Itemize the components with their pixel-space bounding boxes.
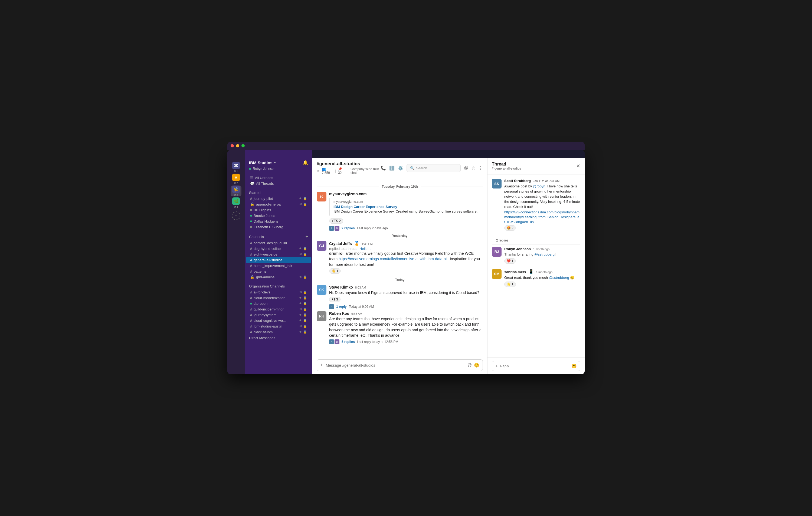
- dm-header[interactable]: Direct Messages: [245, 335, 312, 341]
- sidebar-item-content-design-guild[interactable]: # content_design_guild: [246, 240, 311, 246]
- org-channels-header[interactable]: Organization Channels: [245, 283, 312, 290]
- message-input-box[interactable]: + @ 😊: [317, 359, 483, 371]
- sidebar-item-dallas-hudgens[interactable]: Dallas Hudgens: [246, 218, 311, 224]
- search-box[interactable]: 🔍 Search: [407, 164, 461, 172]
- table-row[interactable]: SK Steve Klimko 8:03 AM Hi. Does anyone …: [312, 284, 487, 310]
- sidebar-item-ibm-studios-austin[interactable]: # ibm-studios-austin 👁 🔒: [246, 324, 311, 329]
- table-row[interactable]: RK Ruben Kos 9:58 AM Are there any teams…: [312, 310, 487, 345]
- app-icon-4[interactable]: 🌿 ⌘4: [231, 198, 241, 208]
- message-header: Ruben Kos 9:58 AM: [329, 311, 483, 315]
- chat-header-right: 📞 ℹ️ ⚙️ 🔍 Search @ ☆ ⋮: [381, 164, 483, 172]
- sidebar-item-journeysystem[interactable]: # journeysystem 👁 🔒: [246, 312, 311, 318]
- emoji-icon[interactable]: 😊: [474, 363, 480, 368]
- list-item[interactable]: RJ Robyn Johnson 1 month ago Thanks for …: [492, 247, 580, 265]
- starred-label: Starred: [249, 191, 261, 195]
- thread-message-header: Robyn Johnson 1 month ago: [504, 247, 580, 251]
- sidebar-item-guild-incident[interactable]: # guild-incident-mngr 👁 🔒: [246, 306, 311, 312]
- sidebar-item-home-improvement[interactable]: # home_improvement_talk: [246, 263, 311, 269]
- dot-green[interactable]: [241, 144, 245, 147]
- star-reaction[interactable]: 🌟 1: [504, 281, 516, 287]
- yes-reaction[interactable]: YES 2: [329, 218, 343, 224]
- sidebar-item-eight-west-side[interactable]: # eight-west-side 👁 🔒: [246, 251, 311, 257]
- thread-replies-link[interactable]: 5 replies: [342, 340, 355, 344]
- channels-header[interactable]: Channels +: [245, 233, 312, 240]
- wave-reaction[interactable]: 👋 1: [329, 268, 341, 274]
- channel-meta: ☆ 👥 7,559 | 📌 32 | Company-wide milk cha…: [317, 167, 381, 175]
- sidebar-item-journey-pilot[interactable]: # journey-pilot 👁 🔒: [246, 196, 311, 202]
- table-row[interactable]: SG mysurveygizmo.com mysurveygizmo.com I…: [312, 191, 487, 232]
- more-icon[interactable]: ⋮: [478, 165, 483, 171]
- star-icon[interactable]: ☆: [317, 169, 320, 173]
- app-icon-2[interactable]: A ⌘2: [231, 174, 241, 184]
- thread-avatar: B: [335, 226, 340, 231]
- sidebar-item-slack-at-ibm[interactable]: # slack-at-ibm 👁 🔒: [246, 329, 311, 335]
- search-icon: 🔍: [410, 166, 414, 170]
- heart-reaction[interactable]: ❤️ 1: [504, 258, 516, 264]
- dot-yellow[interactable]: [236, 144, 239, 147]
- all-unreads-icon: ☰: [250, 176, 253, 180]
- sidebar-item-all-unreads[interactable]: ☰ All Unreads: [246, 175, 311, 181]
- input-icons: @ 😊: [467, 363, 480, 368]
- add-workspace-button[interactable]: +: [232, 211, 240, 220]
- mention-sstrubberg2[interactable]: @sstrubberg: [549, 276, 569, 280]
- bell-icon[interactable]: 🔔: [302, 160, 308, 165]
- star-eyes-reaction[interactable]: 🤩 2: [504, 225, 516, 231]
- table-row[interactable]: CJ Crystal Jeffs 🏅 1:38 PM replied to a …: [312, 240, 487, 276]
- channel-sidebar: IBM Studios ▾ 🔔 Robyn Johnson ☰ All Unre…: [245, 150, 312, 374]
- main-content: #general-all-studios ☆ 👥 7,559 | 📌 32 |: [312, 158, 487, 374]
- sidebar-item-cloud-cognitive[interactable]: # cloud-cognitive-wo... 👁 🔒: [246, 318, 311, 324]
- workspace-arrow: ▾: [274, 161, 276, 164]
- thumbsup-reaction[interactable]: +1 3: [329, 297, 341, 302]
- reply-input-field[interactable]: [500, 364, 569, 368]
- messages-container: Tuesday, February 19th SG mysurveygizmo.…: [312, 178, 487, 356]
- message-content: Steve Klimko 8:03 AM Hi. Does anyone kno…: [329, 285, 483, 309]
- message-header: Steve Klimko 8:03 AM: [329, 285, 483, 290]
- creative-mornings-link[interactable]: https://creativemornings.com/talks/immer…: [339, 256, 446, 261]
- starred-header[interactable]: Starred: [245, 189, 312, 196]
- survey-link[interactable]: IBM Design Career Experience Survey: [334, 205, 480, 209]
- workspace-name[interactable]: IBM Studios ▾: [249, 160, 276, 165]
- thread-reply-input[interactable]: + 😊: [492, 361, 580, 371]
- thread-replies-link[interactable]: 2 replies: [342, 226, 355, 230]
- thread-replies-link[interactable]: 1 reply: [336, 305, 347, 309]
- message-content: mysurveygizmo.com mysurveygizmo.com IBM …: [329, 192, 483, 231]
- sidebar-item-all-threads[interactable]: 💬 All Threads: [246, 181, 311, 186]
- sidebar-item-grid-admins[interactable]: 🔒 grid-admins 👁 🔒: [246, 274, 311, 280]
- reply-add-icon[interactable]: +: [495, 364, 498, 369]
- phone-icon[interactable]: 📞: [381, 165, 386, 171]
- sidebar-item-general-all-studios[interactable]: # general-all-studios: [246, 257, 311, 263]
- star-header-icon[interactable]: ☆: [471, 165, 475, 171]
- avatar: SS: [492, 179, 501, 188]
- sidebar-item-appmod-sherpa[interactable]: 🔒 appmod-sherpa 👁 🔒: [246, 202, 311, 207]
- sidebar-item-bill-higgins[interactable]: Bill Higgins: [246, 207, 311, 213]
- settings-icon[interactable]: ⚙️: [398, 165, 403, 171]
- add-channel-button[interactable]: +: [306, 234, 308, 239]
- sidebar-item-dte-open[interactable]: dte-open 👁 🔒: [246, 301, 311, 306]
- at-icon[interactable]: @: [464, 165, 468, 171]
- mention-sstrubberg[interactable]: @sstrubberg: [534, 252, 555, 256]
- mention-robyn[interactable]: @robyn: [533, 184, 545, 188]
- sidebar-item-cloud-modernization[interactable]: # cloud-modernization 👁 🔒: [246, 295, 311, 301]
- list-item[interactable]: SM sabrina.merx 📱 1 month ago Great read…: [492, 269, 580, 288]
- sidebar-item-elizabeth-silberg[interactable]: Elizabeth B Silberg: [246, 224, 311, 230]
- app-icon-3[interactable]: 🐝 ⌘3: [231, 185, 241, 196]
- sidebar-item-brooke-jones[interactable]: Brooke Jones: [246, 213, 311, 218]
- reply-emoji-icon[interactable]: 😊: [571, 363, 577, 369]
- dm-label: Direct Messages: [249, 336, 275, 340]
- message-input[interactable]: [326, 363, 465, 367]
- sidebar-item-ai-for-devs[interactable]: # ai-for-devs 👁 🔒: [246, 290, 311, 295]
- dot-red[interactable]: [231, 144, 234, 147]
- list-item[interactable]: SS Scott Strubberg Jan 11th at 9:41 AM A…: [492, 179, 580, 232]
- app-icon-1[interactable]: ⌘ ⌘1: [231, 162, 241, 173]
- online-dot: [250, 303, 252, 305]
- members-count: 👥 7,559: [322, 167, 333, 175]
- add-attachment-button[interactable]: +: [320, 362, 323, 368]
- blog-link[interactable]: https://w3-connections.ibm.com/blogs/rob…: [504, 210, 580, 224]
- at-input-icon[interactable]: @: [467, 363, 472, 368]
- replied-to: replied to a thread: Hello!...: [329, 247, 483, 251]
- sidebar-item-dbg-hybrid[interactable]: # dbg-hybrid-collab 👁 🔒: [246, 246, 311, 251]
- info-icon[interactable]: ℹ️: [389, 165, 395, 171]
- replies-count: 2 replies: [492, 236, 580, 245]
- sidebar-item-patterns[interactable]: # patterns: [246, 269, 311, 274]
- thread-close-button[interactable]: ✕: [576, 163, 580, 169]
